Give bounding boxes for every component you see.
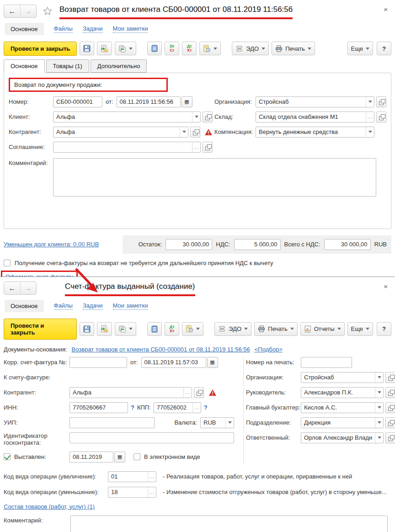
ellipsis-icon[interactable]: ... xyxy=(192,403,201,413)
ellipsis-icon[interactable]: ... xyxy=(148,472,156,482)
open-link-icon[interactable] xyxy=(385,432,395,443)
division-field[interactable]: Дирекция xyxy=(301,417,384,428)
schedule-button[interactable] xyxy=(199,42,221,55)
kpp-field[interactable]: 770526002 ... xyxy=(154,402,201,413)
client-field[interactable]: Альфа xyxy=(53,112,201,122)
forward-button[interactable]: → xyxy=(20,282,36,294)
more-button[interactable]: Еще xyxy=(347,42,373,55)
tab-notes[interactable]: Мои заметки xyxy=(113,302,148,310)
dr-cr-button[interactable]: DrCr xyxy=(165,42,179,55)
open-link-icon[interactable] xyxy=(385,402,395,413)
counterparty-field[interactable]: Альфа xyxy=(53,127,188,138)
operation-code-decrease-field[interactable]: 18 ... xyxy=(108,487,156,498)
number-field[interactable]: СБ00-000001 xyxy=(53,96,102,107)
dt-kt-button[interactable]: ДтКт xyxy=(165,322,179,336)
currency-field[interactable]: RUB xyxy=(200,417,234,428)
head-field[interactable]: Александров П.К. xyxy=(301,387,384,398)
open-link-icon[interactable] xyxy=(203,112,213,122)
tab-main[interactable]: Основное xyxy=(5,23,44,35)
open-link-icon[interactable] xyxy=(376,96,386,107)
tab-notes[interactable]: Мои заметки xyxy=(113,25,148,33)
date-field[interactable]: 08.11.2019 11:56:56 xyxy=(117,96,181,107)
total-with-vat-field[interactable]: 30 000,00 xyxy=(324,239,371,250)
reports-button[interactable]: Отчеты xyxy=(300,322,345,336)
tab-files[interactable]: Файлы xyxy=(54,25,73,33)
gov-contract-field[interactable] xyxy=(69,432,234,443)
back-button[interactable]: ← xyxy=(4,282,20,294)
open-link-icon[interactable] xyxy=(385,372,395,383)
post-and-close-button[interactable]: Провести и закрыть xyxy=(4,319,77,340)
dropdown-arrow-icon[interactable] xyxy=(375,403,383,413)
organization-field[interactable]: Стройснаб xyxy=(301,372,384,383)
more-button[interactable]: Еще xyxy=(347,322,373,336)
forward-button[interactable]: → xyxy=(20,5,36,17)
agreement-field[interactable]: ... xyxy=(53,142,201,153)
edo-button[interactable]: ЭДО xyxy=(214,322,251,336)
goods-content-link[interactable]: Состав товаров (работ, услуг) (1) xyxy=(4,503,95,510)
doc-tab-goods[interactable]: Товары (1) xyxy=(46,59,89,73)
edo-button[interactable]: ЭДО xyxy=(232,42,269,55)
tab-main[interactable]: Основное xyxy=(5,300,44,312)
hint-icon[interactable]: ? xyxy=(204,404,208,411)
warehouse-field[interactable]: Склад отдела снабжения М1 ... xyxy=(256,112,374,122)
open-link-icon[interactable] xyxy=(385,387,395,398)
schedule-button[interactable] xyxy=(182,322,203,336)
back-button[interactable]: ← xyxy=(4,5,20,17)
ellipsis-icon[interactable]: ... xyxy=(183,388,192,398)
pick-link[interactable]: <Подбор> xyxy=(255,346,283,353)
print-button[interactable]: Печать xyxy=(254,322,298,336)
dropdown-arrow-icon[interactable] xyxy=(366,97,374,107)
return-by-sale-doc-note[interactable]: Возврат по документу продажи: xyxy=(9,78,168,92)
dropdown-arrow-icon[interactable] xyxy=(180,127,188,137)
base-document-link[interactable]: Возврат товаров от клиента СБ00-000001 о… xyxy=(72,346,250,353)
calendar-icon[interactable]: ▦ xyxy=(114,452,125,463)
dropdown-arrow-icon[interactable] xyxy=(375,433,383,443)
rest-field[interactable]: 30 000,00 xyxy=(165,239,212,250)
chief-accountant-field[interactable]: Кислов А.С. xyxy=(301,402,384,413)
corr-invoice-field[interactable] xyxy=(69,357,127,368)
ellipsis-icon[interactable]: ... xyxy=(192,142,200,152)
debt-decreased-link[interactable]: Уменьшен долг клиента: 0,00 RUB xyxy=(4,241,99,248)
dropdown-arrow-icon[interactable] xyxy=(225,418,234,428)
calendar-icon[interactable]: ▦ xyxy=(181,96,192,107)
close-icon[interactable]: × xyxy=(382,282,390,291)
no-invoice-needed-checkbox[interactable] xyxy=(4,260,11,266)
print-button[interactable]: Печать xyxy=(272,42,315,55)
tab-tasks[interactable]: Задачи xyxy=(83,302,103,310)
ellipsis-icon[interactable]: ... xyxy=(366,112,374,122)
tab-files[interactable]: Файлы xyxy=(54,302,73,310)
copy-button[interactable] xyxy=(115,42,136,55)
close-icon[interactable]: × xyxy=(382,5,390,14)
save-button[interactable] xyxy=(80,42,94,55)
hint-icon[interactable]: ? xyxy=(131,404,134,411)
post-and-close-button[interactable]: Провести и закрыть xyxy=(4,42,77,56)
comment-field[interactable] xyxy=(53,158,376,197)
compensation-field[interactable]: Вернуть денежные средства xyxy=(256,127,374,138)
post-document-button[interactable] xyxy=(97,322,112,336)
doc-tab-main[interactable]: Основное xyxy=(4,59,45,73)
dt-kt-button[interactable]: ДтКт xyxy=(182,42,197,55)
vat-field[interactable]: 5 000,00 xyxy=(234,239,281,250)
organization-field[interactable]: Стройснаб xyxy=(256,96,374,107)
dropdown-arrow-icon[interactable] xyxy=(366,127,374,137)
doc-tab-extra[interactable]: Дополнительно xyxy=(91,59,147,73)
electronic-checkbox[interactable] xyxy=(133,453,140,460)
uip-field[interactable] xyxy=(69,417,155,428)
open-link-icon[interactable] xyxy=(385,417,395,428)
calendar-icon[interactable]: ▦ xyxy=(207,357,218,368)
open-link-icon[interactable] xyxy=(203,142,213,153)
date-field[interactable]: 08.11.2019 11:57:03 xyxy=(141,357,206,368)
copy-button[interactable] xyxy=(115,322,136,336)
issued-checkbox[interactable] xyxy=(4,453,11,460)
operation-code-increase-field[interactable]: 01 ... xyxy=(108,471,156,482)
open-link-icon[interactable] xyxy=(376,112,386,122)
counterparty-field[interactable]: Альфа ... xyxy=(69,387,192,398)
ellipsis-icon[interactable]: ... xyxy=(148,487,156,497)
responsible-field[interactable]: Орлов Александр Влади xyxy=(301,432,384,443)
print-number-field[interactable] xyxy=(301,357,352,368)
tab-tasks[interactable]: Задачи xyxy=(83,25,103,33)
register-records-button[interactable] xyxy=(147,322,162,336)
comment-field[interactable] xyxy=(70,516,388,532)
dropdown-arrow-icon[interactable] xyxy=(192,112,200,122)
dropdown-arrow-icon[interactable] xyxy=(375,372,383,383)
